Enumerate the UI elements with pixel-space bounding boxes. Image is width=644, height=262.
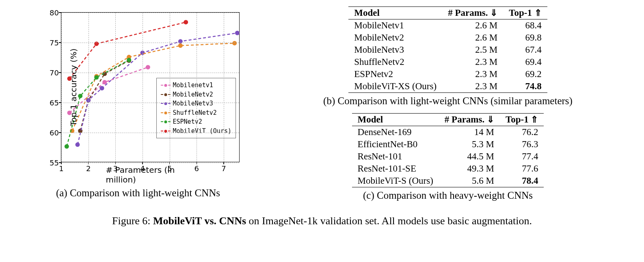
subcaption-c: (c) Comparison with heavy-weight CNNs bbox=[268, 190, 628, 201]
cell-model: ShuffleNetv2 bbox=[348, 56, 442, 68]
cell-params: 2.6 M bbox=[442, 32, 503, 44]
up-arrow-icon: ⇑ bbox=[534, 8, 542, 18]
x-axis-label: # Parameters (in million) bbox=[106, 165, 195, 185]
series-point bbox=[78, 94, 82, 98]
table-b: Model # Params. ⇓ Top-1 ⇑ MobileNetv12.6… bbox=[348, 6, 547, 93]
cell-params: 49.3 M bbox=[439, 163, 500, 175]
y-tick-label: 80 bbox=[43, 9, 59, 17]
legend-item: ShuffleNetv2 bbox=[161, 108, 232, 118]
legend-item: Mobilenetv1 bbox=[161, 81, 232, 90]
table-header-params: # Params. ⇓ bbox=[439, 114, 500, 126]
chart: Mobilenetv1MobileNetv2MobileNetv3Shuffle… bbox=[28, 6, 248, 185]
cell-top1: 76.2 bbox=[500, 126, 544, 139]
x-tick-label: 2 bbox=[86, 164, 91, 173]
cell-top1: 76.3 bbox=[500, 138, 544, 150]
main-caption: Figure 6: MobileViT vs. CNNs on ImageNet… bbox=[16, 215, 628, 227]
cell-model: MobileViT-S (Ours) bbox=[352, 175, 439, 187]
cell-params: 14 M bbox=[439, 126, 500, 139]
table-row: EfficientNet-B05.3 M76.3 bbox=[352, 138, 544, 150]
cell-params: 2.3 M bbox=[442, 80, 503, 93]
series-line bbox=[69, 22, 186, 79]
legend-swatch-icon bbox=[161, 85, 171, 86]
table-row: MobileViT-S (Ours)5.6 M78.4 bbox=[352, 175, 544, 187]
cell-top1: 77.6 bbox=[500, 163, 544, 175]
table-header-top1: Top-1 ⇑ bbox=[500, 114, 544, 126]
series-point bbox=[65, 144, 69, 149]
legend-label: Mobilenetv1 bbox=[173, 81, 213, 90]
table-row: ResNet-101-SE49.3 M77.6 bbox=[352, 163, 544, 175]
cell-params: 5.3 M bbox=[439, 138, 500, 150]
table-header-top1: Top-1 ⇑ bbox=[503, 7, 547, 19]
legend-label: MobileViT (Ours) bbox=[173, 127, 232, 136]
legend-item: MobileViT (Ours) bbox=[161, 127, 232, 136]
cell-model: DenseNet-169 bbox=[352, 126, 439, 139]
table-header-model: Model bbox=[348, 7, 442, 19]
table-row: ESPNetv22.3 M69.2 bbox=[348, 68, 547, 80]
cell-top1: 69.8 bbox=[503, 32, 547, 44]
down-arrow-icon: ⇓ bbox=[487, 114, 494, 125]
y-tick-label: 60 bbox=[43, 129, 59, 137]
legend-swatch-icon bbox=[161, 112, 171, 113]
table-header-model: Model bbox=[352, 114, 439, 126]
legend-swatch-icon bbox=[161, 131, 171, 131]
legend-label: MobileNetv3 bbox=[173, 99, 213, 108]
table-row: MobileNetv22.6 M69.8 bbox=[348, 32, 547, 44]
legend-label: MobileNetv2 bbox=[173, 90, 213, 99]
cell-params: 2.3 M bbox=[442, 56, 503, 68]
series-point bbox=[127, 58, 131, 62]
cell-top1: 78.4 bbox=[500, 175, 544, 187]
series-point bbox=[94, 75, 99, 79]
figure-container: Mobilenetv1MobileNetv2MobileNetv3Shuffle… bbox=[16, 6, 628, 208]
legend-swatch-icon bbox=[161, 121, 171, 122]
cell-model: ResNet-101-SE bbox=[352, 163, 439, 175]
table-header-params: # Params. ⇓ bbox=[442, 7, 503, 19]
series-point bbox=[100, 86, 104, 90]
cell-top1: 69.4 bbox=[503, 56, 547, 68]
table-row: ShuffleNetv22.3 M69.4 bbox=[348, 56, 547, 68]
caption-bold: MobileViT vs. CNNs bbox=[153, 215, 246, 227]
subcaption-a: (a) Comparison with light-weight CNNs bbox=[16, 187, 260, 199]
series-point bbox=[184, 20, 188, 24]
cell-top1: 77.4 bbox=[500, 150, 544, 163]
series-point bbox=[102, 80, 107, 84]
y-tick-label: 55 bbox=[43, 159, 59, 167]
cell-model: MobileNetv1 bbox=[348, 19, 442, 32]
left-column: Mobilenetv1MobileNetv2MobileNetv3Shuffle… bbox=[16, 6, 260, 205]
cell-model: MobileNetv3 bbox=[348, 44, 442, 56]
cell-model: ResNet-101 bbox=[352, 150, 439, 163]
legend-item: ESPNetv2 bbox=[161, 117, 232, 127]
legend-label: ESPNetv2 bbox=[173, 117, 202, 127]
caption-suffix: on ImageNet-1k validation set. All model… bbox=[246, 215, 532, 227]
series-point bbox=[146, 65, 150, 69]
down-arrow-icon: ⇓ bbox=[490, 8, 497, 18]
cell-top1: 74.8 bbox=[503, 80, 547, 93]
y-axis-label: Top-1 accuracy (%) bbox=[69, 48, 78, 126]
table-c: Model # Params. ⇓ Top-1 ⇑ DenseNet-16914… bbox=[352, 113, 544, 187]
series-point bbox=[232, 41, 237, 45]
legend-swatch-icon bbox=[161, 103, 171, 104]
cell-params: 5.6 M bbox=[439, 175, 500, 187]
table-row: MobileViT-XS (Ours)2.3 M74.8 bbox=[348, 80, 547, 93]
cell-params: 44.5 M bbox=[439, 150, 500, 163]
x-tick-label: 5 bbox=[167, 164, 172, 173]
cell-params: 2.5 M bbox=[442, 44, 503, 56]
table-row: MobileNetv32.5 M67.4 bbox=[348, 44, 547, 56]
x-tick-label: 6 bbox=[194, 164, 199, 173]
right-column: Model # Params. ⇓ Top-1 ⇑ MobileNetv12.6… bbox=[268, 6, 628, 208]
series-point bbox=[76, 142, 80, 147]
series-point bbox=[235, 31, 240, 35]
cell-params: 2.3 M bbox=[442, 68, 503, 80]
subcaption-b: (b) Comparison with light-weight CNNs (s… bbox=[268, 95, 628, 107]
legend-item: MobileNetv2 bbox=[161, 90, 232, 99]
y-tick-label: 70 bbox=[43, 69, 59, 77]
table-row: ResNet-10144.5 M77.4 bbox=[352, 150, 544, 163]
legend-swatch-icon bbox=[161, 94, 171, 95]
up-arrow-icon: ⇑ bbox=[531, 114, 538, 125]
cell-top1: 67.4 bbox=[503, 44, 547, 56]
table-row: MobileNetv12.6 M68.4 bbox=[348, 19, 547, 32]
cell-model: MobileViT-XS (Ours) bbox=[348, 80, 442, 93]
series-point bbox=[178, 43, 183, 48]
x-tick-label: 4 bbox=[140, 164, 145, 173]
x-tick-label: 3 bbox=[113, 164, 118, 173]
cell-model: ESPNetv2 bbox=[348, 68, 442, 80]
